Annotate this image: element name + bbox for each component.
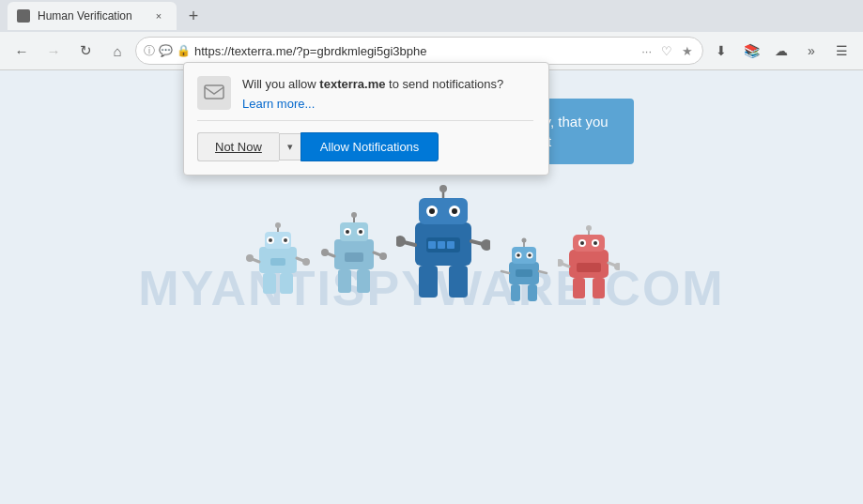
svg-rect-43 (438, 241, 445, 249)
svg-point-10 (275, 222, 281, 228)
robots-row (244, 183, 620, 314)
svg-point-30 (379, 252, 387, 260)
tab-bar: Human Verification × + (0, 0, 863, 32)
svg-rect-26 (345, 252, 363, 262)
download-button[interactable]: ⬇ (707, 37, 735, 65)
svg-point-47 (396, 236, 406, 247)
svg-rect-17 (338, 269, 351, 293)
home-button[interactable]: ⌂ (103, 37, 131, 65)
svg-rect-72 (577, 263, 601, 272)
notif-text-block: Will you allow texterra.me to send notif… (242, 76, 503, 111)
allow-notifications-button[interactable]: Allow Notifications (301, 132, 439, 161)
chat-icon: 💬 (159, 44, 173, 57)
sync-button[interactable]: ☁ (767, 37, 795, 65)
back-button[interactable]: ← (8, 37, 36, 65)
notif-message-icon (197, 76, 231, 110)
notification-popup: Will you allow texterra.me to send notif… (183, 62, 549, 176)
dropdown-button[interactable]: ▾ (279, 133, 301, 160)
svg-line-61 (539, 271, 547, 273)
svg-rect-18 (357, 269, 370, 293)
svg-rect-63 (573, 278, 585, 298)
notif-header: Will you allow texterra.me to send notif… (197, 76, 533, 111)
svg-rect-64 (593, 278, 605, 298)
svg-point-58 (521, 238, 526, 243)
robot-2 (321, 211, 387, 314)
tab-close-button[interactable]: × (150, 8, 167, 24)
robot-1 (244, 221, 312, 314)
svg-rect-32 (419, 266, 438, 298)
more-icon[interactable]: ··· (640, 42, 654, 60)
svg-point-22 (346, 230, 349, 234)
tab-title: Human Verification (38, 9, 132, 23)
svg-rect-65 (573, 235, 605, 252)
svg-rect-11 (270, 258, 285, 266)
overflow-button[interactable]: » (797, 37, 825, 65)
svg-rect-59 (516, 269, 532, 277)
svg-point-14 (246, 254, 254, 262)
robot-4 (500, 237, 548, 314)
svg-point-69 (593, 241, 597, 245)
robot-3 (396, 183, 490, 314)
svg-rect-44 (447, 241, 455, 249)
svg-point-38 (452, 208, 457, 214)
svg-point-48 (481, 239, 490, 251)
svg-rect-3 (280, 273, 293, 294)
svg-point-55 (516, 253, 520, 257)
url-text: https://texterra.me/?p=gbrdkmlegi5gi3bph… (194, 44, 636, 58)
tab-favicon (17, 9, 30, 23)
toolbar-right: ⬇ 📚 ☁ » ☰ (707, 37, 855, 65)
svg-point-71 (586, 225, 592, 231)
robot-5 (558, 225, 620, 314)
active-tab[interactable]: Human Verification × (8, 2, 177, 30)
learn-more-link[interactable]: Learn more... (242, 97, 503, 111)
browser-chrome: Human Verification × + ← → ↻ ⌂ ⓘ 💬 🔒 htt… (0, 0, 863, 70)
refresh-button[interactable]: ↻ (71, 37, 100, 65)
svg-rect-0 (205, 85, 223, 99)
svg-rect-33 (449, 266, 468, 298)
info-icon[interactable]: ⓘ (144, 43, 155, 59)
svg-rect-42 (428, 241, 436, 249)
notif-question: Will you allow texterra.me to send notif… (242, 76, 503, 93)
not-now-button[interactable]: Not Now (197, 132, 279, 161)
lock-icon: 🔒 (177, 44, 191, 57)
new-tab-button[interactable]: + (180, 3, 207, 29)
menu-button[interactable]: ☰ (827, 37, 855, 65)
svg-rect-50 (511, 284, 520, 301)
svg-point-15 (302, 258, 310, 266)
svg-point-37 (429, 208, 435, 214)
notif-buttons: Not Now ▾ Allow Notifications (197, 120, 533, 161)
address-bar[interactable]: ⓘ 💬 🔒 https://texterra.me/?p=gbrdkmlegi5… (135, 37, 703, 65)
svg-point-29 (321, 249, 329, 256)
svg-point-56 (528, 253, 532, 257)
forward-button[interactable]: → (39, 37, 68, 65)
svg-point-23 (359, 230, 362, 234)
svg-rect-2 (263, 273, 276, 294)
star-icon[interactable]: ★ (680, 42, 695, 60)
svg-point-25 (351, 212, 357, 218)
library-button[interactable]: 📚 (737, 37, 765, 65)
svg-point-7 (269, 238, 272, 242)
bookmark-icon[interactable]: ♡ (659, 42, 674, 60)
svg-point-40 (439, 185, 447, 192)
svg-line-60 (501, 271, 509, 273)
svg-point-8 (284, 238, 287, 242)
svg-point-68 (580, 241, 584, 245)
svg-rect-34 (419, 198, 468, 224)
svg-rect-51 (528, 284, 537, 301)
address-bar-actions: ··· ♡ ★ (640, 42, 695, 60)
